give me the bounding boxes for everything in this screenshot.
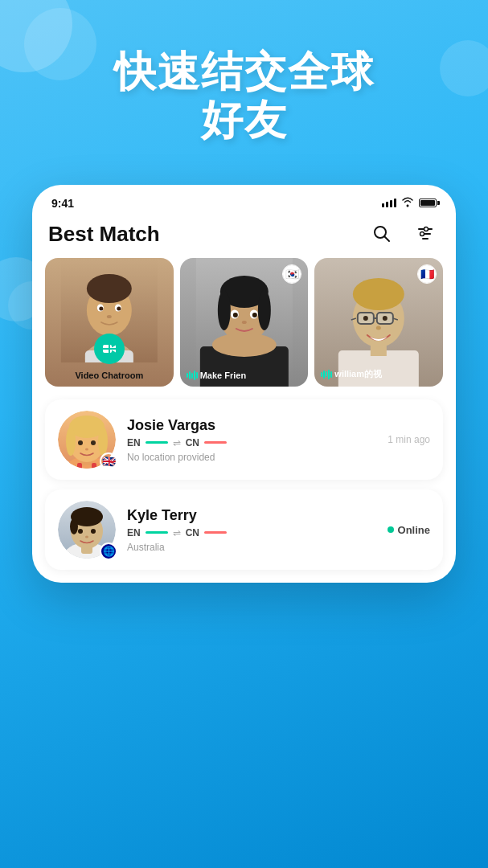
svg-point-15 [107, 315, 112, 318]
user-name-josie: Josie Vargas [127, 417, 376, 434]
user-langs-josie: EN ⇌ CN [127, 437, 376, 448]
svg-point-44 [363, 316, 368, 321]
svg-point-66 [91, 529, 96, 534]
svg-point-38 [353, 278, 404, 310]
waveform-3 [321, 370, 332, 379]
svg-point-56 [85, 448, 88, 451]
user-avatar-kyle: 🌐 [58, 501, 116, 559]
card-video-chatroom[interactable]: ● Video Chatroom [45, 258, 174, 387]
lang-from-kyle: EN [127, 527, 141, 538]
lang-to-kyle: CN [186, 527, 199, 538]
hero-text: 快速结交全球 好友 [0, 48, 488, 145]
search-button[interactable] [367, 219, 396, 248]
svg-point-52 [66, 427, 76, 456]
page-title: Best Match [48, 222, 160, 247]
phone-mockup: 9:41 Best Match [32, 185, 456, 583]
svg-point-33 [212, 333, 277, 357]
svg-point-55 [91, 440, 96, 445]
users-list: 🇬🇧 Josie Vargas EN ⇌ CN No location prov… [32, 399, 456, 583]
lang-line-en-kyle [146, 531, 168, 534]
lang-from-josie: EN [127, 437, 141, 448]
avatar-flag-josie: 🇬🇧 [100, 452, 117, 470]
svg-point-54 [78, 440, 83, 445]
battery-icon [419, 199, 437, 207]
lang-line-cn-josie [204, 441, 227, 444]
lang-to-josie: CN [186, 437, 199, 448]
svg-point-32 [242, 321, 247, 324]
wifi-icon [401, 196, 414, 210]
online-badge-kyle: Online [388, 524, 430, 536]
svg-point-30 [233, 313, 238, 317]
svg-rect-58 [92, 463, 96, 469]
status-time: 9:41 [51, 197, 74, 210]
video-chatroom-button[interactable] [94, 334, 125, 364]
user-langs-kyle: EN ⇌ CN [127, 527, 376, 538]
card-william[interactable]: 🇫🇷 william的视 [314, 258, 443, 387]
online-dot-kyle [388, 526, 394, 533]
lang-arrows-kyle: ⇌ [173, 527, 181, 538]
signal-icon [382, 199, 396, 207]
svg-point-53 [98, 427, 108, 456]
hero-line-1: 快速结交全球 [32, 48, 456, 96]
svg-point-26 [218, 290, 231, 330]
user-card-kyle[interactable]: 🌐 Kyle Terry EN ⇌ CN Australia Online [45, 489, 443, 570]
svg-point-31 [252, 313, 257, 317]
svg-point-13 [99, 307, 103, 311]
flag-badge-fr: 🇫🇷 [417, 264, 437, 284]
avatar-flag-kyle: 🌐 [100, 542, 117, 560]
svg-point-6 [420, 232, 424, 236]
user-time-josie: 1 min ago [388, 434, 430, 445]
lang-arrows-josie: ⇌ [173, 437, 181, 448]
svg-line-1 [384, 236, 389, 241]
status-bar: 9:41 [32, 185, 456, 216]
user-meta-josie: 1 min ago [388, 434, 430, 445]
svg-rect-57 [77, 463, 82, 469]
card-make-friends[interactable]: 🇰🇷 Make Frien [180, 258, 309, 387]
lang-line-cn-kyle [204, 531, 227, 534]
waveform-2 [187, 371, 198, 380]
status-icons [382, 196, 437, 210]
svg-point-67 [85, 536, 88, 538]
svg-point-64 [70, 518, 78, 534]
user-card-josie[interactable]: 🇬🇧 Josie Vargas EN ⇌ CN No location prov… [45, 399, 443, 480]
svg-point-27 [258, 290, 271, 330]
user-meta-kyle: Online [388, 524, 430, 536]
user-info-josie: Josie Vargas EN ⇌ CN No location provide… [127, 417, 376, 463]
cards-row: ● Video Chatroom [32, 258, 456, 399]
svg-point-10 [87, 274, 132, 303]
svg-point-14 [117, 307, 121, 311]
app-header: Best Match [32, 216, 456, 258]
user-avatar-josie: 🇬🇧 [58, 411, 116, 469]
svg-point-46 [376, 326, 381, 330]
filter-button[interactable] [411, 219, 440, 248]
svg-point-65 [78, 529, 83, 534]
online-text-kyle: Online [398, 524, 430, 536]
card-3-label: william的视 [321, 368, 382, 380]
user-info-kyle: Kyle Terry EN ⇌ CN Australia [127, 507, 376, 553]
header-actions [367, 219, 440, 248]
user-location-kyle: Australia [127, 542, 376, 553]
hero-line-2: 好友 [32, 96, 456, 145]
svg-point-45 [383, 316, 388, 321]
card-1-label: Video Chatroom [45, 371, 174, 380]
lang-line-en-josie [146, 441, 168, 444]
svg-point-5 [424, 227, 429, 231]
card-2-label: Make Frien [187, 371, 246, 380]
user-location-josie: No location provided [127, 452, 376, 463]
user-name-kyle: Kyle Terry [127, 507, 376, 524]
